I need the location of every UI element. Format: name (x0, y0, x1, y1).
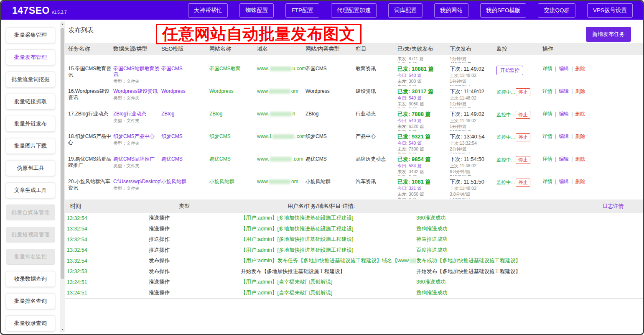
log-detail-pre: 开始发布【多地加快推进基础设施工程建设】 (241, 269, 345, 274)
nav-item[interactable]: 交流QQ群 (538, 3, 575, 18)
sidebar-scrollbar[interactable]: ▲ ▼ (60, 21, 65, 332)
sidebar-item[interactable]: 批量图片下载 (6, 138, 55, 154)
delete-link[interactable]: 删除 (575, 133, 585, 139)
add-task-button[interactable]: 新增发布任务 (586, 27, 631, 42)
stop-monitor-button[interactable]: 停止 (516, 156, 530, 164)
detail-link[interactable]: 详情 (542, 156, 552, 162)
sidebar-item[interactable]: 收录数据查询 (6, 271, 55, 287)
delete-link[interactable]: 删除 (575, 66, 585, 72)
stop-monitor-button[interactable]: 停止 (516, 133, 530, 141)
next-publish-time: 下次: 11:54:50 (450, 156, 496, 163)
nav-item[interactable]: 大神帮帮忙 (188, 3, 228, 18)
log-detail: 【用户:admin】[当幸福来敲门原创解说] (241, 279, 416, 286)
app-window: 147SEO v1.5.3.7 大神帮帮忙 蜘蛛配置 FTP配置 代理配置加速 … (0, 0, 644, 335)
monitor-running: 监控中...停止 (496, 180, 530, 185)
col-template: SEO模版 (161, 45, 209, 53)
task-source[interactable]: 织梦CMS产品中心 (113, 133, 161, 139)
task-source[interactable]: 帝国CMS站群教育资讯 (113, 66, 161, 77)
scroll-up-icon[interactable]: ▲ (60, 21, 65, 27)
daily-quota: 540篇/每天 (450, 107, 496, 108)
nav-item[interactable]: 我的SEO模版 (480, 3, 527, 18)
edit-link[interactable]: 编辑 (559, 66, 569, 72)
sidebar-item[interactable]: 批量链接抓取 (6, 94, 55, 110)
detail-link[interactable]: 详情 (542, 133, 552, 139)
stop-monitor-button[interactable]: 停止 (516, 179, 530, 187)
stop-monitor-button[interactable]: 停止 (516, 111, 530, 119)
task-domain: www.n (257, 111, 305, 131)
nav-item[interactable]: 词库配置 (388, 3, 423, 18)
detail-link[interactable]: 详情 (542, 111, 552, 117)
log-row: 13:32:53 发布操作 开始发布【多地加快推进基础设施工程建设】 开始发布【… (65, 266, 643, 277)
stop-monitor-button[interactable]: 停止 (516, 88, 530, 96)
sidebar-item[interactable]: 批量流量词挖掘 (6, 72, 55, 87)
task-name: 18.织梦CMS产品中心 (68, 133, 113, 153)
monitoring-label: 监控中... (496, 135, 515, 140)
domain-redacted (269, 89, 290, 94)
detail-link[interactable]: 详情 (542, 66, 552, 72)
nav-item[interactable]: FTP配置 (285, 3, 319, 18)
detail-link[interactable]: 详情 (542, 88, 552, 94)
task-template[interactable]: 帝国CMS (161, 66, 209, 86)
failed-count: 失败: 0 篇 (397, 107, 450, 108)
page-title: 发布列表 (69, 26, 94, 34)
delete-link[interactable]: 删除 (575, 179, 585, 184)
log-type: 发布操作 (149, 268, 241, 275)
partial-unpublished: 未发: 8711 篇 (397, 56, 450, 61)
start-monitor-button[interactable]: 开始监控 (496, 66, 523, 75)
delete-link[interactable]: 删除 (575, 111, 585, 117)
nav-item[interactable]: 代理配置加速 (331, 3, 377, 18)
sidebar-item[interactable]: 批量收录查询 (6, 315, 55, 331)
edit-link[interactable]: 编辑 (559, 111, 569, 117)
edit-link[interactable]: 编辑 (559, 133, 569, 139)
delete-link[interactable]: 删除 (575, 88, 585, 94)
task-site-type: 织梦CMS (305, 133, 356, 153)
table-row: 15.帝国CMS教育资讯 帝国CMS站群教育资讯 类型：文件夹 帝国CMS 帝国… (65, 63, 643, 86)
sidebar-item[interactable]: 批量自媒体管理 (6, 205, 55, 220)
col-site-name: 网站名称 (209, 45, 257, 53)
task-source[interactable]: ZBlog行业动态 (113, 111, 161, 117)
sidebar-item[interactable]: 批量排名监控 (6, 249, 55, 265)
edit-link[interactable]: 编辑 (559, 88, 569, 94)
table-row: 18.织梦CMS产品中心 织梦CMS产品中心 类型：文件夹 织梦CMS 织梦CM… (65, 131, 643, 153)
delete-link[interactable]: 删除 (575, 156, 585, 162)
log-detail-pre: 【用户:admin】[多地加快推进基础设施工程建设] (241, 236, 353, 242)
unpublished-count: 未发: 7300 篇 (397, 146, 450, 152)
scrollbar-thumb[interactable] (61, 28, 64, 279)
scroll-down-icon[interactable]: ▼ (60, 327, 65, 332)
sidebar-item[interactable]: 批量外链发布 (6, 116, 55, 132)
sidebar-item[interactable]: 批量采集管理 (6, 27, 55, 43)
sidebar-item[interactable]: 批量排名查询 (6, 293, 55, 309)
nav-item[interactable]: VPS拨号设置 (587, 3, 633, 18)
task-table-header: 任务名称 数据来源/类型 SEO模版 网站名称 域名 网站/内容类型 栏目 已/… (65, 43, 643, 55)
sidebar-item[interactable]: 批量短视频管理 (6, 227, 55, 243)
task-template[interactable]: 织梦CMS (161, 133, 209, 153)
sidebar-item[interactable]: 文章生成工具 (6, 182, 55, 198)
task-template[interactable]: 小旋风站群 (161, 179, 209, 199)
log-time: 13:32:54 (67, 247, 149, 253)
task-domain: wwwom (257, 179, 305, 199)
last-publish-time: 上次:11:48:02 (450, 95, 496, 101)
nav-item[interactable]: 蜘蛛配置 (239, 3, 274, 18)
failed-count: 失败: 0 篇 (397, 129, 450, 131)
sidebar-item[interactable]: 伪原创工具 (6, 160, 55, 176)
sidebar-item[interactable]: 批量发布管理 (6, 49, 55, 65)
nav-item[interactable]: 我的网站 (434, 3, 468, 18)
edit-link[interactable]: 编辑 (559, 156, 569, 162)
task-template[interactable]: Wordpress (161, 88, 209, 108)
log-type: 推送操作 (149, 279, 241, 286)
log-detail-link[interactable]: 日志详情 (603, 203, 624, 210)
edit-link[interactable]: 编辑 (559, 179, 569, 184)
log-time: 13:24:51 (67, 279, 149, 285)
log-result: 神马推送成功 (416, 236, 643, 243)
task-source[interactable]: C:\Users\wp\Desktop\14 (113, 179, 161, 184)
task-source[interactable]: 易优CMS品牌推广 (113, 156, 161, 162)
task-template[interactable]: ZBlog (161, 111, 209, 131)
col-category: 栏目 (356, 45, 397, 53)
task-site-name: 易优CMS (209, 156, 257, 176)
task-source[interactable]: Wordpress建设资讯 (113, 88, 161, 94)
monitor-running: 监控中...停止 (496, 90, 530, 95)
log-result: 百度推送成功 (416, 247, 643, 254)
domain-prefix: www. (257, 66, 269, 72)
task-template[interactable]: 易优CMS (161, 156, 209, 176)
detail-link[interactable]: 详情 (542, 179, 552, 184)
